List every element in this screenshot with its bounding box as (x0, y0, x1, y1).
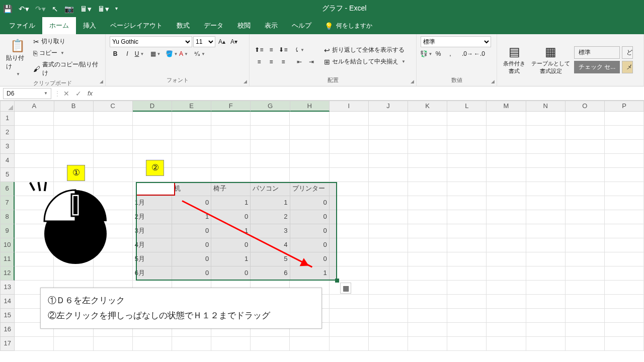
cell-P3[interactable] (605, 140, 644, 154)
cell-C17[interactable] (94, 337, 133, 351)
cell-O2[interactable] (566, 126, 605, 140)
cell-E3[interactable] (172, 140, 211, 154)
inc-decimal-icon[interactable]: .0→ (462, 48, 473, 59)
cell-K16[interactable] (408, 323, 447, 337)
row-header-15[interactable]: 15 (0, 309, 15, 323)
col-header-I[interactable]: I (330, 101, 369, 112)
cell-M1[interactable] (487, 112, 526, 126)
align-launcher-icon[interactable]: ◢ (411, 79, 414, 84)
accept-formula-icon[interactable]: ✓ (72, 89, 85, 98)
cell-H2[interactable] (290, 126, 329, 140)
cell-F4[interactable] (211, 154, 251, 168)
cell-J9[interactable] (369, 224, 408, 238)
cell-M15[interactable] (487, 309, 526, 323)
cell-N12[interactable] (526, 266, 566, 281)
calc1-icon[interactable]: 🖩▾ (80, 5, 92, 13)
cell-B1[interactable] (54, 112, 93, 126)
cell-K13[interactable] (408, 281, 447, 295)
cell-C5[interactable] (94, 168, 133, 182)
col-header-K[interactable]: K (408, 101, 447, 112)
cell-P6[interactable] (605, 182, 644, 196)
dec-decimal-icon[interactable]: ←.0 (474, 48, 485, 59)
row-header-12[interactable]: 12 (0, 266, 15, 281)
cell-B17[interactable] (54, 337, 93, 351)
cell-L13[interactable] (447, 281, 487, 295)
cell-I9[interactable] (330, 224, 369, 238)
underline-button[interactable]: U▼ (134, 48, 145, 59)
cell-I7[interactable] (330, 196, 369, 210)
fill-handle[interactable] (335, 279, 339, 283)
row-header-7[interactable]: 7 (0, 196, 15, 210)
cell-L12[interactable] (447, 266, 487, 281)
cell-H10[interactable]: 0 (290, 238, 330, 252)
cell-G12[interactable]: 6 (251, 266, 290, 281)
row-header-17[interactable]: 17 (0, 337, 15, 351)
cell-G2[interactable] (251, 126, 290, 140)
cell-P12[interactable] (605, 266, 644, 281)
col-header-N[interactable]: N (526, 101, 566, 112)
cell-L11[interactable] (447, 252, 487, 266)
cell-O1[interactable] (566, 112, 605, 126)
cell-I3[interactable] (330, 140, 369, 154)
cell-O14[interactable] (566, 295, 605, 309)
spreadsheet-grid[interactable]: ABCDEFGHIJKLMNOP 123456机椅子パソコンプリンター71月01… (0, 101, 644, 351)
cell-G17[interactable] (251, 337, 290, 351)
cell-K8[interactable] (408, 210, 447, 224)
cell-I14[interactable] (330, 295, 369, 309)
cell-L2[interactable] (447, 126, 487, 140)
tab-insert[interactable]: 挿入 (76, 17, 103, 34)
name-box[interactable]: D6 ▼ (3, 88, 51, 99)
cell-K3[interactable] (408, 140, 447, 154)
cell-P10[interactable] (605, 238, 644, 252)
cell-I5[interactable] (330, 168, 369, 182)
tab-data[interactable]: データ (197, 17, 230, 34)
cell-G9[interactable]: 3 (251, 224, 290, 238)
cell-J7[interactable] (369, 196, 408, 210)
font-name-select[interactable]: Yu Gothic (110, 36, 192, 47)
cell-N7[interactable] (526, 196, 566, 210)
cell-C12[interactable] (94, 266, 133, 281)
col-header-H[interactable]: H (290, 101, 330, 112)
cell-H1[interactable] (290, 112, 329, 126)
italic-button[interactable]: I (122, 48, 133, 59)
cell-L15[interactable] (447, 309, 487, 323)
cell-J13[interactable] (369, 281, 408, 295)
number-launcher-icon[interactable]: ◢ (491, 79, 495, 84)
merge-center-button[interactable]: ⊞セルを結合して中央揃え▼ (324, 56, 406, 67)
cell-D7[interactable]: 1月 (133, 196, 172, 210)
number-format-select[interactable]: 標準 (421, 36, 491, 47)
cell-L5[interactable] (447, 168, 487, 182)
cell-H8[interactable]: 0 (290, 210, 330, 224)
cell-F11[interactable]: 1 (211, 252, 251, 266)
font-launcher-icon[interactable]: ◢ (244, 79, 247, 84)
col-header-C[interactable]: C (94, 101, 133, 112)
cell-P9[interactable] (605, 224, 644, 238)
cell-K11[interactable] (408, 252, 447, 266)
cell-O4[interactable] (566, 154, 605, 168)
cell-C3[interactable] (94, 140, 133, 154)
calc2-icon[interactable]: 🖩▾ (98, 5, 109, 13)
col-header-J[interactable]: J (369, 101, 408, 112)
cell-L10[interactable] (447, 238, 487, 252)
tab-help[interactable]: ヘルプ (285, 17, 318, 34)
cell-F8[interactable]: 0 (211, 210, 251, 224)
col-header-F[interactable]: F (211, 101, 251, 112)
cell-H5[interactable] (290, 168, 329, 182)
cell-J1[interactable] (369, 112, 408, 126)
cell-B12[interactable] (54, 266, 93, 281)
clipboard-launcher-icon[interactable]: ◢ (100, 79, 103, 84)
cell-O8[interactable] (566, 210, 605, 224)
cell-F3[interactable] (211, 140, 251, 154)
cell-M6[interactable] (487, 182, 526, 196)
style-check[interactable]: チェック セ... (574, 61, 620, 73)
cell-N2[interactable] (526, 126, 566, 140)
style-more[interactable]: ど (622, 46, 633, 59)
cell-D12[interactable]: 6月 (133, 266, 172, 281)
cell-P2[interactable] (605, 126, 644, 140)
cell-L4[interactable] (447, 154, 487, 168)
cancel-formula-icon[interactable]: ✕ (60, 89, 72, 98)
cell-D2[interactable] (133, 126, 172, 140)
row-header-16[interactable]: 16 (0, 323, 15, 337)
cell-G7[interactable]: 1 (251, 196, 290, 210)
cell-J10[interactable] (369, 238, 408, 252)
